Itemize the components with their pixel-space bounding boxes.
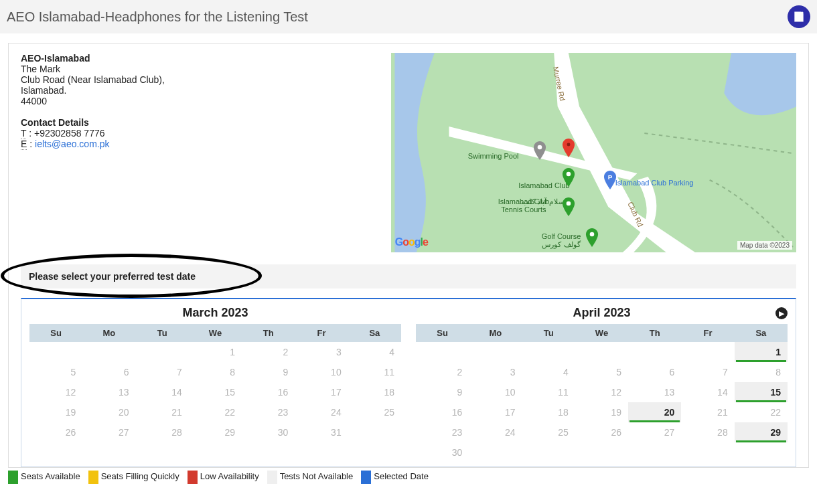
calendar-day[interactable]: 20 xyxy=(628,402,681,422)
calendar-day xyxy=(522,442,575,463)
calendar-weekday: Mo xyxy=(82,324,135,342)
calendar-day: 26 xyxy=(29,422,82,442)
calendar-day: 27 xyxy=(82,422,135,442)
calendar-day: 1 xyxy=(189,342,242,362)
legend: Seats Available Seats Filling Quickly Lo… xyxy=(8,471,817,484)
calendar-day: 2 xyxy=(416,362,469,382)
svg-point-2 xyxy=(537,145,542,150)
map[interactable]: Murree Rd Club Rd Swimming Pool Islamaba… xyxy=(391,53,796,252)
calendar-month-1: March 2023 SuMoTuWeThFrSa 12345678910111… xyxy=(29,306,401,463)
email-row: E : ielts@aeo.com.pk xyxy=(21,139,378,149)
calendar-day: 5 xyxy=(575,362,628,382)
calendar-day: 14 xyxy=(681,382,734,402)
calendar-weekday: Tu xyxy=(522,324,575,342)
calendar-day[interactable]: 1 xyxy=(735,342,788,362)
calendar-day: 4 xyxy=(522,362,575,382)
map-pin-red-icon xyxy=(562,139,575,157)
email-link[interactable]: ielts@aeo.com.pk xyxy=(35,139,109,149)
calendar-day: 23 xyxy=(416,422,469,442)
calendar-day: 27 xyxy=(628,422,681,442)
venue-name: AEO-Islamabad xyxy=(21,53,378,64)
venue-address-line: The Mark xyxy=(21,64,378,74)
calendar-day: 19 xyxy=(575,402,628,422)
calendar-day: 9 xyxy=(416,382,469,402)
calendar-day: 14 xyxy=(136,382,189,402)
swatch-green-icon xyxy=(8,471,18,484)
calendar-day xyxy=(136,342,189,362)
calendar-day xyxy=(522,342,575,362)
calendar-day xyxy=(416,342,469,362)
svg-text:P: P xyxy=(607,173,612,181)
calendar-weekday: We xyxy=(189,324,242,342)
map-pin-green-icon xyxy=(585,228,599,247)
calendar-title: March 2023 xyxy=(29,306,401,320)
calendar-day: 10 xyxy=(295,362,348,382)
svg-point-5 xyxy=(566,201,571,206)
google-logo: Google xyxy=(395,236,428,248)
calendar-day: 17 xyxy=(295,382,348,402)
calendar-day: 12 xyxy=(29,382,82,402)
map-pin-parking-icon: P xyxy=(603,171,617,189)
legend-item: Tests Not Available xyxy=(267,471,354,484)
calendar-day: 22 xyxy=(189,402,242,422)
page-title: AEO Islamabad-Headphones for the Listeni… xyxy=(7,9,308,25)
map-poi-label: Swimming Pool xyxy=(468,152,519,160)
calendar-weekday: Th xyxy=(628,324,681,342)
calendar-weekday: Su xyxy=(416,324,469,342)
calendar-day: 17 xyxy=(469,402,522,422)
map-poi-label: Islamabad Club Parking xyxy=(615,179,694,187)
calendar-day: 15 xyxy=(189,382,242,402)
calendar-day: 21 xyxy=(681,402,734,422)
legend-item: Seats Filling Quickly xyxy=(88,471,179,484)
calendar-day xyxy=(469,442,522,463)
map-pin-green-icon xyxy=(562,168,575,187)
svg-point-6 xyxy=(589,232,594,237)
next-month-button[interactable]: ▶ xyxy=(775,307,788,319)
legend-item: Selected Date xyxy=(361,471,429,484)
calendar-day xyxy=(681,342,734,362)
calendar-month-2: ▶ April 2023 SuMoTuWeThFrSa 123456789101… xyxy=(416,306,788,463)
calendar-day xyxy=(82,342,135,362)
calendar-weekday: Sa xyxy=(735,324,788,342)
calendar-day: 16 xyxy=(416,402,469,422)
phone-row: T : +92302858 7776 xyxy=(21,128,378,139)
map-pin-green-icon xyxy=(562,197,575,216)
calendar-day xyxy=(681,442,734,463)
calendar-day: 9 xyxy=(242,362,295,382)
swatch-yellow-icon xyxy=(88,471,98,484)
calendar-day: 13 xyxy=(628,382,681,402)
calendar-weekday: Su xyxy=(29,324,82,342)
venue-address-line: Islamabad. xyxy=(21,85,378,96)
calendar-day xyxy=(348,422,401,442)
svg-point-0 xyxy=(801,12,803,14)
form-icon[interactable] xyxy=(788,5,810,28)
calendar-day: 7 xyxy=(136,362,189,382)
calendar-day: 3 xyxy=(469,362,522,382)
venue-postcode: 44000 xyxy=(21,96,378,106)
svg-point-3 xyxy=(567,143,570,147)
calendar-day[interactable]: 15 xyxy=(735,382,788,402)
calendar-day: 31 xyxy=(295,422,348,442)
calendar-weekday: Fr xyxy=(295,324,348,342)
calendar-day: 25 xyxy=(522,422,575,442)
calendar-day: 16 xyxy=(242,382,295,402)
swatch-red-icon xyxy=(188,471,198,484)
calendar-weekday: Th xyxy=(242,324,295,342)
calendar-day: 12 xyxy=(575,382,628,402)
calendar-day: 22 xyxy=(735,402,788,422)
calendar-day: 28 xyxy=(681,422,734,442)
calendar-weekday: Tu xyxy=(136,324,189,342)
calendar-day: 18 xyxy=(348,382,401,402)
swatch-grey-icon xyxy=(267,471,277,484)
legend-item: Seats Available xyxy=(8,471,80,484)
calendar-day: 23 xyxy=(242,402,295,422)
calendar-day: 2 xyxy=(242,342,295,362)
calendar-day: 7 xyxy=(681,362,734,382)
svg-point-4 xyxy=(566,172,571,177)
calendar-day xyxy=(575,342,628,362)
select-date-bar: Please select your preferred test date xyxy=(21,264,796,288)
calendar-day: 11 xyxy=(522,382,575,402)
calendar-day[interactable]: 29 xyxy=(735,422,788,442)
calendar-day xyxy=(735,442,788,463)
phone-number: +92302858 7776 xyxy=(34,128,105,139)
